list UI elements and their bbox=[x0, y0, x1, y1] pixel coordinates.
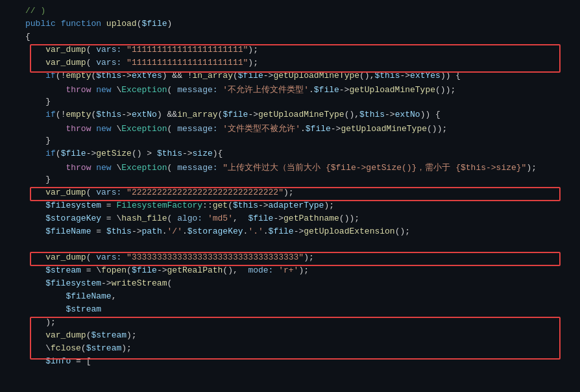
highlight-group-2: var_dump( vars: "22222222222222222222222… bbox=[0, 187, 580, 200]
line-number bbox=[0, 84, 23, 84]
code-line: var_dump($stream); bbox=[0, 330, 580, 343]
line-number bbox=[0, 227, 23, 227]
line-number bbox=[0, 278, 23, 279]
line-number bbox=[0, 136, 23, 136]
line-number bbox=[0, 330, 23, 331]
code-line: throw new \Exception( message: '不允许上传文件类… bbox=[0, 83, 580, 96]
code-line bbox=[0, 239, 580, 252]
line-number bbox=[0, 149, 23, 149]
line-content: if(!empty($this->extNo) &&in_array($file… bbox=[23, 110, 580, 119]
code-line: { bbox=[0, 31, 580, 44]
code-editor: // ) public function upload($file) { var… bbox=[0, 0, 580, 392]
line-content: $fileName, bbox=[23, 291, 580, 301]
code-line: throw new \Exception( message: '文件类型不被允许… bbox=[0, 122, 580, 135]
line-content: var_dump( vars: "22222222222222222222222… bbox=[23, 188, 580, 197]
code-line: var_dump( vars: "33333333333333333333333… bbox=[0, 252, 580, 265]
code-line: var_dump( vars: "1111111111111111111111"… bbox=[0, 44, 580, 57]
line-number bbox=[0, 265, 23, 266]
highlight-group-4: ); var_dump($stream); \fclose($stream); bbox=[0, 317, 580, 356]
code-line: $fileName = $this->path.'/'.$storageKey.… bbox=[0, 226, 580, 239]
line-content: $stream bbox=[23, 304, 580, 314]
line-number bbox=[0, 291, 23, 292]
line-content: $storageKey = \hash_file( algo: 'md5', $… bbox=[23, 214, 580, 223]
code-line: } bbox=[0, 135, 580, 148]
code-line: var_dump( vars: "22222222222222222222222… bbox=[0, 187, 580, 200]
line-content: $filesystem = FilesystemFactory::get($th… bbox=[23, 201, 580, 210]
line-content: // ) bbox=[23, 6, 580, 16]
code-line: } bbox=[0, 96, 580, 109]
line-number bbox=[0, 162, 23, 162]
line-number bbox=[0, 19, 23, 19]
highlight-group-3: var_dump( vars: "33333333333333333333333… bbox=[0, 252, 580, 265]
code-line: $info = [ bbox=[0, 356, 580, 369]
line-number bbox=[0, 188, 23, 188]
line-content: var_dump($stream); bbox=[23, 330, 580, 340]
line-number bbox=[0, 45, 23, 45]
line-content: if($file->getSize() > $this->size){ bbox=[23, 149, 580, 158]
line-number bbox=[0, 343, 23, 344]
line-number bbox=[0, 239, 23, 240]
line-number bbox=[0, 356, 23, 357]
line-content: \fclose($stream); bbox=[23, 343, 580, 353]
code-line: var_dump( vars: "1111111111111111111111"… bbox=[0, 57, 580, 70]
line-number bbox=[0, 97, 23, 97]
code-line: if(!empty($this->extNo) &&in_array($file… bbox=[0, 109, 580, 122]
line-number bbox=[0, 304, 23, 305]
line-content: $info = [ bbox=[23, 356, 580, 366]
line-content: } bbox=[23, 136, 580, 145]
line-number bbox=[0, 317, 23, 318]
line-content: throw new \Exception( message: '不允许上传文件类… bbox=[23, 84, 580, 95]
line-content: if(!empty($this->extYes) && !in_array($f… bbox=[23, 71, 580, 80]
line-content: $stream = \fopen($file->getRealPath(), m… bbox=[23, 265, 580, 275]
code-line: if($file->getSize() > $this->size){ bbox=[0, 148, 580, 161]
line-content: throw new \Exception( message: "上传文件过大（当… bbox=[23, 162, 580, 173]
line-number bbox=[0, 252, 23, 253]
code-line: // ) bbox=[0, 5, 580, 18]
line-content: var_dump( vars: "1111111111111111111111"… bbox=[23, 45, 580, 55]
line-content: var_dump( vars: "1111111111111111111111"… bbox=[23, 58, 580, 67]
code-line: $storageKey = \hash_file( algo: 'md5', $… bbox=[0, 213, 580, 226]
line-content: throw new \Exception( message: '文件类型不被允许… bbox=[23, 123, 580, 134]
code-line: $stream = \fopen($file->getRealPath(), m… bbox=[0, 265, 580, 278]
line-content: $filesystem->writeStream( bbox=[23, 278, 580, 288]
code-line: } bbox=[0, 174, 580, 187]
line-number bbox=[0, 175, 23, 175]
line-number bbox=[0, 201, 23, 201]
code-line: $filesystem->writeStream( bbox=[0, 278, 580, 291]
code-line: \fclose($stream); bbox=[0, 343, 580, 356]
line-number bbox=[0, 6, 23, 6]
line-number bbox=[0, 58, 23, 58]
highlight-group-1: var_dump( vars: "1111111111111111111111"… bbox=[0, 44, 580, 70]
line-content: { bbox=[23, 32, 580, 42]
line-number bbox=[0, 123, 23, 123]
code-line: $filesystem = FilesystemFactory::get($th… bbox=[0, 200, 580, 213]
code-line: $stream bbox=[0, 304, 580, 317]
code-line: public function upload($file) bbox=[0, 18, 580, 31]
line-content: } bbox=[23, 175, 580, 184]
line-content: } bbox=[23, 97, 580, 106]
line-number bbox=[0, 214, 23, 214]
code-line: if(!empty($this->extYes) && !in_array($f… bbox=[0, 70, 580, 83]
code-line: $fileName, bbox=[0, 291, 580, 304]
line-number bbox=[0, 32, 23, 32]
line-content: ); bbox=[23, 317, 580, 327]
line-number bbox=[0, 71, 23, 71]
code-line: ); bbox=[0, 317, 580, 330]
line-content: var_dump( vars: "33333333333333333333333… bbox=[23, 252, 580, 262]
line-content: $fileName = $this->path.'/'.$storageKey.… bbox=[23, 227, 580, 236]
code-line: throw new \Exception( message: "上传文件过大（当… bbox=[0, 161, 580, 174]
line-content bbox=[23, 239, 580, 249]
line-content: public function upload($file) bbox=[23, 19, 580, 29]
code-wrapper: // ) public function upload($file) { var… bbox=[0, 5, 580, 369]
line-number bbox=[0, 110, 23, 110]
